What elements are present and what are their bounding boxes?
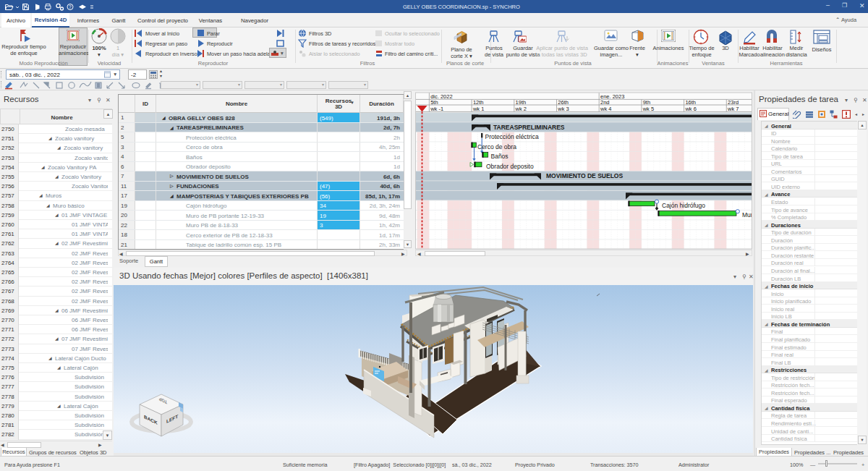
svg-text:Protección eléctrica: Protección eléctrica — [485, 133, 539, 140]
svg-text:16th: 16th — [685, 99, 696, 106]
svg-text:TAREASPRELIMINARES: TAREASPRELIMINARES — [493, 124, 565, 131]
svg-text:5th: 5th — [430, 99, 438, 106]
svg-text:19th: 19th — [516, 99, 527, 106]
svg-text:Cajón hidrófugo: Cajón hidrófugo — [662, 202, 705, 209]
svg-text:wk 3: wk 3 — [557, 106, 569, 112]
svg-text:wk 7: wk 7 — [727, 106, 739, 112]
svg-text:2nd: 2nd — [600, 99, 610, 106]
svg-text:MOVIMIENTO DE SUELOS: MOVIMIENTO DE SUELOS — [546, 172, 623, 179]
svg-text:Obrador deposito: Obrador deposito — [486, 163, 534, 170]
svg-text:wk 6: wk 6 — [684, 106, 696, 112]
svg-text:23rd: 23rd — [728, 99, 739, 106]
svg-text:Muro de PB portante 12-19-33: Muro de PB portante 12-19-33 — [742, 211, 752, 218]
svg-text:Cerco de obra: Cerco de obra — [477, 143, 516, 150]
svg-text:9th: 9th — [643, 99, 650, 106]
svg-text:wk 1: wk 1 — [472, 106, 484, 112]
svg-text:wk 2: wk 2 — [515, 106, 527, 112]
svg-text:26th: 26th — [558, 99, 569, 106]
svg-text:Baños: Baños — [491, 153, 509, 160]
svg-text:12th: 12th — [473, 99, 484, 106]
svg-text:wk -1: wk -1 — [430, 106, 443, 112]
svg-text:wk 5: wk 5 — [642, 106, 654, 112]
svg-text:wk 4: wk 4 — [600, 106, 611, 112]
